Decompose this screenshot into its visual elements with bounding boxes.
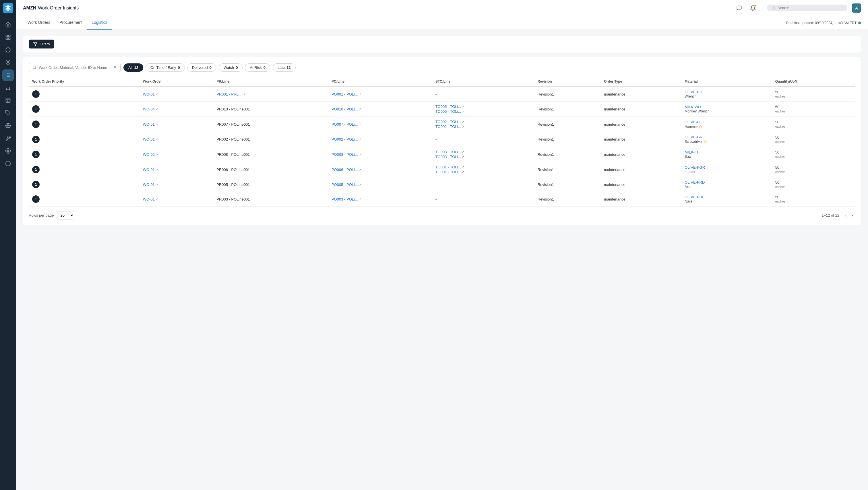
app-logo[interactable] — [3, 3, 13, 13]
sto-link[interactable]: TO003 - TOLi... ↗ — [435, 155, 531, 159]
priority-cell: 1 — [29, 132, 140, 147]
filter-chip-all[interactable]: All 12 — [123, 63, 143, 72]
material-link[interactable]: OLIVE-PBL — [685, 195, 704, 199]
work-order-link[interactable]: WO-01 ↗ — [143, 92, 210, 96]
material-link[interactable]: OLIVE-PGR — [685, 165, 705, 169]
header-search-input[interactable] — [778, 6, 843, 10]
prev-page-button[interactable]: ‹ — [843, 211, 849, 220]
work-order-cell: WO-01 ↗ — [140, 192, 213, 206]
bell-button[interactable] — [748, 3, 757, 12]
external-link-icon: ↗ — [156, 168, 158, 171]
uom-value: eaches — [775, 140, 785, 143]
material-link[interactable]: MILK-WH — [685, 105, 701, 109]
pr-line-cell: PR006 - POLine001 — [213, 162, 328, 177]
po-line-link[interactable]: PO008 - POLi... ↗ — [332, 152, 429, 157]
table-row: 1WO-02 ↗PR008 - POLine001PO008 - POLi...… — [29, 147, 856, 162]
col-header-order-type: Order Type — [600, 76, 681, 87]
notification-dot — [754, 5, 756, 7]
search-clear-button[interactable]: ✕ — [113, 65, 117, 70]
work-order-link[interactable]: WO-01 ↗ — [143, 183, 210, 187]
filters-button[interactable]: Filters — [29, 40, 54, 48]
priority-badge: 1 — [32, 151, 40, 158]
filter-chip-late[interactable]: Late 12 — [273, 63, 296, 72]
sto-link[interactable]: TO001 - TOLi... ↗ — [435, 165, 531, 169]
sto-link[interactable]: TO005 - TOLi... ↗ — [435, 109, 531, 113]
po-line-link[interactable]: PO010 - POLi... ↗ — [332, 107, 429, 111]
col-header-po-line: PO/Line — [328, 76, 432, 87]
po-line-link[interactable]: PO005 - POLi... ↗ — [332, 183, 429, 187]
svg-rect-1 — [9, 35, 10, 37]
location-icon[interactable] — [2, 57, 14, 68]
uom-value: eaches — [775, 125, 785, 128]
pr-line-link[interactable]: PR001 - PRLi... ↗ — [216, 92, 324, 96]
list-icon[interactable] — [2, 69, 14, 81]
work-order-link[interactable]: WO-01 ↗ — [143, 122, 210, 127]
priority-badge: 1 — [32, 181, 40, 188]
tool-icon[interactable] — [2, 133, 14, 144]
material-link[interactable]: OLIVE-RD — [685, 90, 702, 94]
external-link-icon: ↗ — [156, 183, 158, 186]
sto-link[interactable]: TO001 - TOLi... ↗ — [435, 170, 531, 174]
work-order-link[interactable]: WO-02 ↗ — [143, 152, 210, 157]
tab-work-orders[interactable]: Work Orders — [23, 16, 55, 30]
filter-chip-at-risk[interactable]: At Risk 0 — [245, 63, 270, 72]
home-icon[interactable] — [2, 19, 14, 30]
avatar[interactable]: A — [852, 3, 861, 12]
sto-link[interactable]: TO002 - TOLi... ↗ — [435, 120, 531, 124]
nav-tabs: Work Orders Procurement Logistics Data l… — [16, 16, 868, 30]
work-order-cell: WO-01 ↗ — [140, 87, 213, 102]
settings-icon[interactable] — [2, 145, 14, 157]
external-link-icon: ↗ — [243, 93, 246, 96]
work-order-link[interactable]: WO-04 ↗ — [143, 107, 210, 111]
info-icon[interactable] — [2, 158, 14, 169]
material-link[interactable]: OLIVE-PRD — [685, 180, 705, 185]
work-order-link[interactable]: WO-01 ↗ — [143, 167, 210, 172]
external-link-icon: ↗ — [359, 107, 361, 111]
quantity-cell: 50eaches — [772, 177, 856, 192]
po-line-link[interactable]: PO002 - POLi... ↗ — [332, 137, 429, 141]
po-line-link[interactable]: PO001 - POLi... ↗ — [332, 92, 429, 96]
tab-procurement[interactable]: Procurement — [55, 16, 87, 30]
external-link-icon: ↗ — [462, 155, 464, 158]
material-link[interactable]: MILK-FF — [685, 150, 699, 154]
next-page-button[interactable]: › — [849, 211, 856, 220]
sto-line-cell: TO003 - TOLi... ↗TO003 - TOLi... ↗ — [432, 147, 534, 162]
box-icon[interactable] — [2, 44, 14, 56]
chart-bar-icon[interactable] — [2, 82, 14, 94]
external-link-icon: ↗ — [156, 107, 158, 111]
po-line-cell: PO010 - POLi... ↗ — [328, 102, 432, 117]
filter-chip-watch[interactable]: Watch 0 — [219, 63, 243, 72]
uom-value: eaches — [775, 109, 785, 113]
quantity-cell: 50eaches — [772, 192, 856, 206]
table-row: 1WO-01 ↗PR007 - POLine001PO007 - POLi...… — [29, 117, 856, 132]
material-link[interactable]: OLIVE-BL — [685, 120, 702, 124]
rows-per-page-select[interactable]: 102050100 — [56, 211, 74, 220]
warning-icon: ◇ — [704, 139, 707, 144]
status-dot — [858, 22, 861, 24]
sto-link[interactable]: TO005 - TOLi... ↗ — [435, 104, 531, 109]
filter-chip-delivered[interactable]: Delivered 0 — [187, 63, 216, 72]
work-order-link[interactable]: WO-01 ↗ — [143, 137, 210, 141]
globe-icon[interactable] — [2, 120, 14, 131]
warning-icon: ◇ — [699, 124, 702, 129]
table-icon[interactable] — [2, 95, 14, 106]
material-link[interactable]: OLIVE-GR — [685, 135, 702, 139]
sto-link[interactable]: TO003 - TOLi... ↗ — [435, 150, 531, 154]
header-divider — [762, 4, 763, 12]
chat-button[interactable] — [735, 3, 744, 12]
priority-cell: 1 — [29, 162, 140, 177]
quantity-value: 50 — [775, 135, 779, 139]
po-line-link[interactable]: PO007 - POLi... ↗ — [332, 122, 429, 127]
priority-cell: 1 — [29, 147, 140, 162]
table-search-input[interactable] — [39, 65, 111, 70]
top-header: AMZN Work Order Insights — [16, 0, 868, 16]
po-line-link[interactable]: PO003 - POLi... ↗ — [332, 197, 429, 201]
tab-logistics[interactable]: Logistics — [87, 16, 112, 30]
po-line-link[interactable]: PO006 - POLi... ↗ — [332, 167, 429, 172]
work-order-link[interactable]: WO-01 ↗ — [143, 197, 210, 201]
filter-chip-on-time---early[interactable]: On Time / Early 0 — [146, 63, 185, 72]
dashboard-icon[interactable] — [2, 32, 14, 43]
tag-icon[interactable] — [2, 107, 14, 119]
sto-link[interactable]: TO002 - TOLi... ↗ — [435, 125, 531, 129]
external-link-icon: ↗ — [359, 123, 361, 126]
